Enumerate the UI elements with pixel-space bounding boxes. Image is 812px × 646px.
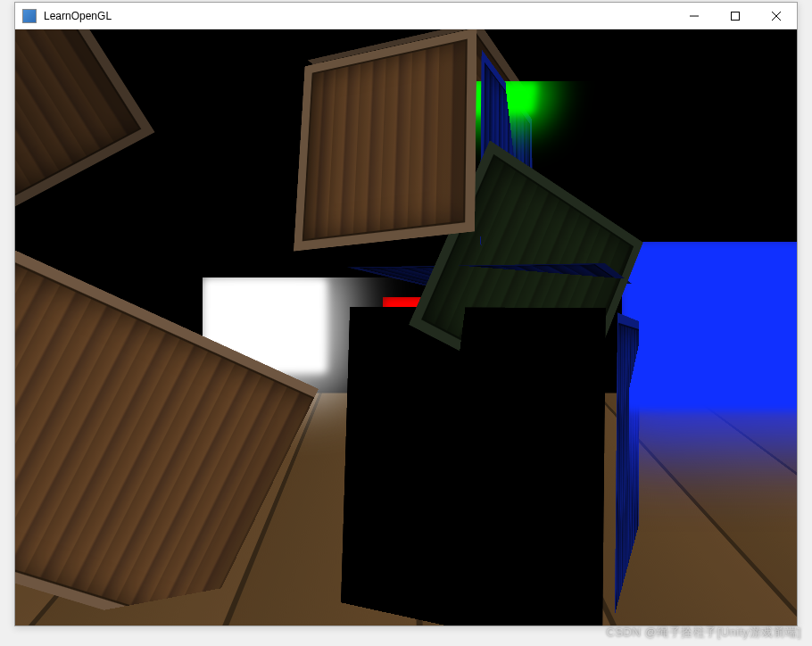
close-button[interactable]: [756, 3, 797, 29]
titlebar[interactable]: LearnOpenGL: [15, 3, 797, 29]
svg-rect-1: [732, 12, 740, 20]
maximize-button[interactable]: [715, 3, 756, 29]
scene-root: [15, 29, 797, 625]
window-title: LearnOpenGL: [44, 10, 112, 22]
application-window: LearnOpenGL: [14, 2, 798, 626]
minimize-button[interactable]: [674, 3, 715, 29]
crate-front-dark: [397, 314, 684, 625]
watermark-text: CSDN @绳子拴柱子[Unity游戏前端]: [607, 625, 802, 641]
crate-far-left-top: [15, 33, 173, 288]
maximize-icon: [731, 12, 740, 21]
app-icon: [22, 9, 37, 23]
close-icon: [772, 12, 781, 21]
opengl-viewport[interactable]: [15, 29, 797, 625]
minimize-icon: [690, 12, 699, 21]
